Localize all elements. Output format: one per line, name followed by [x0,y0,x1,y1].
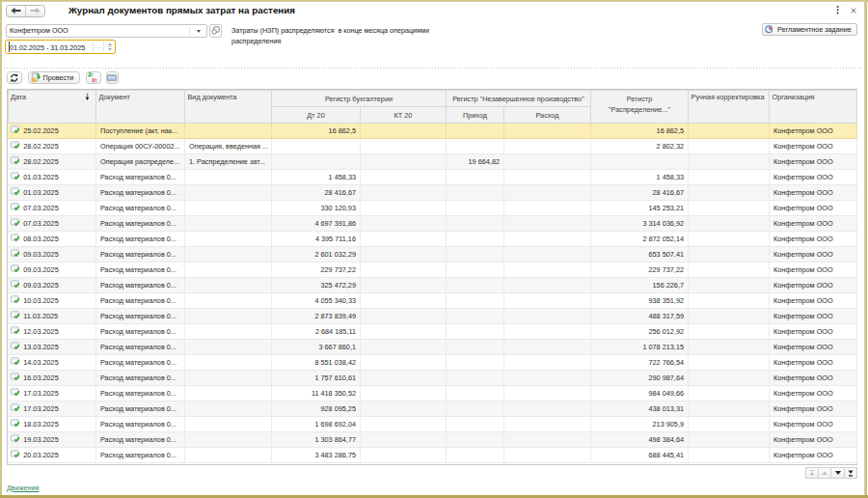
svg-text:Кт: Кт [92,78,97,82]
svg-text:Дт: Дт [88,73,94,78]
